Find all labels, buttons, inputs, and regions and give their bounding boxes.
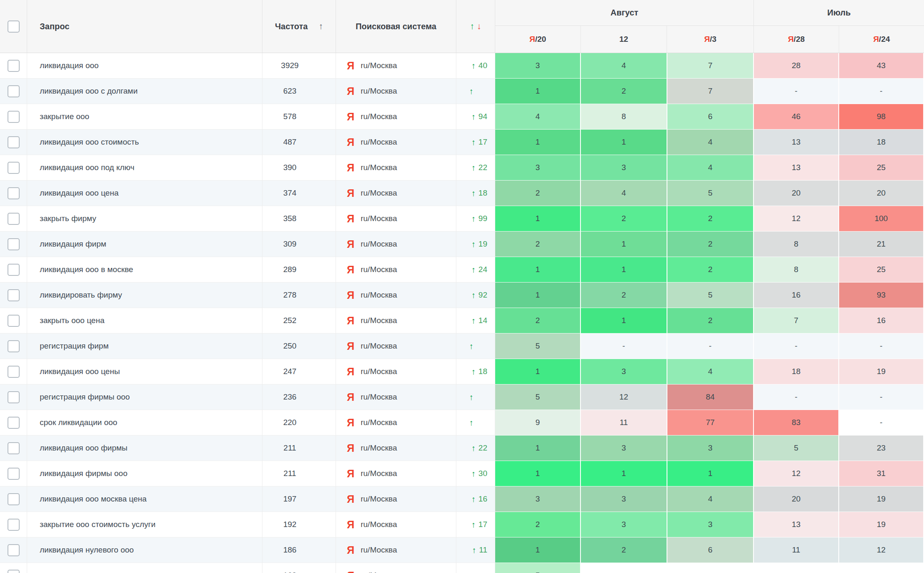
row-checkbox[interactable] (8, 417, 20, 429)
frequency-value: 211 (283, 443, 296, 453)
frequency-cell: 192 (262, 512, 336, 537)
yandex-icon: Я (873, 35, 879, 44)
query-cell[interactable]: регистрация фирмы ооо (27, 385, 262, 410)
search-engine-cell: Я ru/Москва (336, 232, 456, 257)
frequency-header-label: Частота (275, 22, 308, 31)
position-cell: 25 (839, 155, 924, 181)
frequency-value: 220 (283, 418, 297, 427)
position-cell: 16 (839, 308, 924, 334)
change-cell: ↑ 17 (456, 130, 495, 155)
date-column-header[interactable]: Я/3 (667, 26, 753, 53)
row-checkbox[interactable] (8, 442, 20, 454)
query-cell[interactable]: ликвидация ооо стоимость (27, 130, 262, 155)
position-cell: 12 (754, 461, 839, 486)
change-cell: ↑ 14 (456, 308, 495, 334)
query-cell[interactable]: ликвидация ооо фирмы (27, 435, 262, 461)
row-checkbox[interactable] (8, 162, 20, 174)
row-checkbox[interactable] (8, 340, 20, 352)
month-label: Июль (754, 0, 924, 26)
query-cell[interactable] (27, 563, 262, 573)
yandex-icon: Я (347, 468, 354, 480)
change-value: 22 (479, 443, 487, 453)
row-checkbox[interactable] (8, 289, 20, 301)
change-cell: ↑ 22 (456, 155, 495, 181)
query-cell[interactable]: закрыть ооо цена (27, 308, 262, 334)
frequency-cell: 390 (262, 155, 336, 181)
query-cell[interactable]: ликвидация ооо под ключ (27, 155, 262, 181)
query-cell[interactable]: закрытие ооо (27, 104, 262, 130)
column-header-frequency[interactable]: Частота ↑ (262, 0, 336, 53)
frequency-cell: 247 (262, 359, 336, 385)
query-cell[interactable]: закрытие ооо стоимость услуги (27, 512, 262, 537)
up-arrow-icon: ↑ (469, 571, 473, 573)
frequency-value: 374 (283, 188, 297, 198)
row-checkbox[interactable] (8, 264, 20, 276)
query-cell[interactable]: закрыть фирму (27, 206, 262, 232)
frequency-cell: 211 (262, 435, 336, 461)
row-checkbox[interactable] (8, 238, 20, 250)
query-cell[interactable]: ликвидация ооо цена (27, 181, 262, 206)
query-text: ликвидация ооо цены (40, 367, 120, 376)
checkbox-cell (0, 461, 27, 486)
yandex-icon: Я (347, 570, 354, 573)
frequency-value: 578 (283, 112, 297, 121)
position-cell: - (839, 385, 924, 410)
row-checkbox[interactable] (8, 544, 20, 556)
row-checkbox[interactable] (8, 366, 20, 378)
yandex-icon: Я (347, 417, 354, 429)
row-checkbox[interactable] (8, 85, 20, 97)
position-cell: 3 (581, 155, 667, 181)
query-cell[interactable]: ликвидация ооо (27, 53, 262, 79)
position-cell: 2 (581, 79, 667, 104)
query-cell[interactable]: срок ликвидации ооо (27, 410, 262, 435)
column-header-change[interactable]: ↑ ↓ (456, 0, 495, 53)
table-header: Запрос Частота ↑ Поисковая система ↑ ↓ А… (0, 0, 924, 53)
column-header-search-engine[interactable]: Поисковая система (336, 0, 456, 53)
row-checkbox[interactable] (8, 315, 20, 327)
position-cell: 16 (754, 283, 839, 308)
position-cell: 2 (667, 308, 754, 334)
row-checkbox[interactable] (8, 493, 20, 505)
date-column-header[interactable]: Я/24 (839, 26, 924, 53)
date-column-header[interactable]: Я/20 (495, 26, 581, 53)
query-cell[interactable]: ликвидация фирм (27, 232, 262, 257)
row-checkbox[interactable] (8, 570, 20, 573)
date-column-header[interactable]: 12 (581, 26, 667, 53)
position-cell: 3 (495, 486, 581, 512)
row-checkbox[interactable] (8, 468, 20, 480)
checkbox-cell (0, 385, 27, 410)
yandex-icon: Я (347, 60, 354, 72)
select-all-checkbox[interactable] (8, 20, 20, 33)
query-text: ликвидация фирм (40, 239, 106, 249)
position-cell: 46 (754, 104, 839, 130)
search-engine-cell: Я ru/Москва (336, 461, 456, 486)
search-engine-cell: Я ru/Москва (336, 130, 456, 155)
row-checkbox[interactable] (8, 187, 20, 199)
query-cell[interactable]: ликвидировать фирму (27, 283, 262, 308)
position-cell: 1 (495, 435, 581, 461)
query-cell[interactable]: ликвидация фирмы ооо (27, 461, 262, 486)
query-cell[interactable]: ликвидация нулевого ооо (27, 537, 262, 563)
table-row: ликвидация ооо цены 247 Я ru/Москва ↑ 18… (0, 359, 924, 385)
row-checkbox[interactable] (8, 213, 20, 225)
row-checkbox[interactable] (8, 136, 20, 148)
checkbox-cell (0, 563, 27, 573)
query-cell[interactable]: ликвидация ооо с долгами (27, 79, 262, 104)
date-column-header[interactable]: Я/28 (754, 26, 839, 53)
row-checkbox[interactable] (8, 111, 20, 123)
checkbox-cell (0, 512, 27, 537)
column-header-query[interactable]: Запрос (27, 0, 262, 53)
query-cell[interactable]: регистрация фирм (27, 334, 262, 359)
query-cell[interactable]: ликвидация ооо в москве (27, 257, 262, 283)
query-cell[interactable]: ликвидация ооо москва цена (27, 486, 262, 512)
query-cell[interactable]: ликвидация ооо цены (27, 359, 262, 385)
row-checkbox[interactable] (8, 391, 20, 403)
row-checkbox[interactable] (8, 60, 20, 72)
yandex-icon: Я (347, 366, 354, 378)
row-checkbox[interactable] (8, 519, 20, 531)
position-cell: 5 (495, 334, 581, 359)
sort-asc-icon[interactable]: ↑ (318, 21, 323, 31)
region-label: ru/Москва (361, 494, 397, 504)
change-value: 99 (479, 214, 487, 223)
query-text: ликвидация ооо стоимость (40, 138, 139, 147)
